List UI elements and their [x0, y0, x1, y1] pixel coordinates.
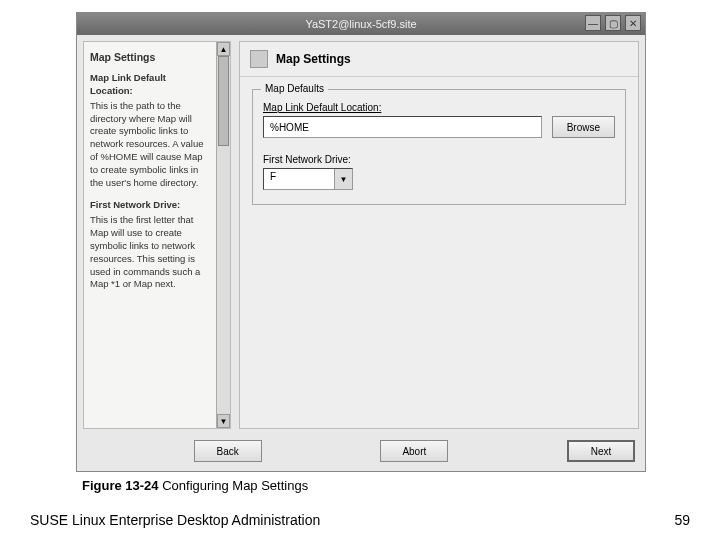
- help-body: Map Settings Map Link Default Location: …: [84, 42, 216, 428]
- page-number: 59: [674, 512, 690, 528]
- close-button[interactable]: ✕: [625, 15, 641, 31]
- help-section-1-title: Map Link Default Location:: [90, 72, 210, 98]
- drive-value: F: [264, 169, 334, 189]
- help-section-1-text: This is the path to the directory where …: [90, 100, 204, 188]
- figure-number: Figure 13-24: [82, 478, 159, 493]
- location-label: Map Link Default Location:: [263, 102, 615, 113]
- help-title: Map Settings: [90, 50, 210, 64]
- wizard-button-bar: Back Abort Next: [77, 435, 645, 467]
- help-section-2: First Network Drive: This is the first l…: [90, 199, 210, 291]
- page-footer-title: SUSE Linux Enterprise Desktop Administra…: [30, 512, 320, 528]
- figure-caption: Figure 13-24 Configuring Map Settings: [82, 478, 308, 493]
- chevron-down-icon[interactable]: ▼: [334, 169, 352, 189]
- help-panel: Map Settings Map Link Default Location: …: [83, 41, 231, 429]
- scroll-thumb[interactable]: [218, 56, 229, 146]
- help-section-2-text: This is the first letter that Map will u…: [90, 214, 200, 289]
- scroll-down-button[interactable]: ▼: [217, 414, 230, 428]
- scroll-up-button[interactable]: ▲: [217, 42, 230, 56]
- location-row: Browse: [263, 116, 615, 138]
- figure-text: Configuring Map Settings: [159, 478, 309, 493]
- location-input[interactable]: [263, 116, 542, 138]
- drive-dropdown[interactable]: F ▼: [263, 168, 353, 190]
- fieldset-legend: Map Defaults: [261, 83, 328, 94]
- help-section-2-title: First Network Drive:: [90, 199, 210, 212]
- minimize-button[interactable]: —: [585, 15, 601, 31]
- back-button[interactable]: Back: [194, 440, 262, 462]
- main-header: Map Settings: [240, 42, 638, 77]
- app-window: YaST2@linux-5cf9.site — ▢ ✕ Map Settings…: [76, 12, 646, 472]
- abort-button[interactable]: Abort: [380, 440, 448, 462]
- browse-button[interactable]: Browse: [552, 116, 615, 138]
- titlebar: YaST2@linux-5cf9.site — ▢ ✕: [77, 13, 645, 35]
- map-defaults-fieldset: Map Defaults Map Link Default Location: …: [252, 89, 626, 205]
- main-body: Map Defaults Map Link Default Location: …: [240, 77, 638, 428]
- help-section-1: Map Link Default Location: This is the p…: [90, 72, 210, 189]
- drive-label: First Network Drive:: [263, 154, 615, 165]
- window-title: YaST2@linux-5cf9.site: [305, 18, 416, 30]
- content-area: Map Settings Map Link Default Location: …: [77, 35, 645, 435]
- main-title: Map Settings: [276, 52, 351, 66]
- map-settings-icon: [250, 50, 268, 68]
- maximize-button[interactable]: ▢: [605, 15, 621, 31]
- window-controls: — ▢ ✕: [585, 15, 641, 31]
- help-scrollbar[interactable]: ▲ ▼: [216, 42, 230, 428]
- next-button[interactable]: Next: [567, 440, 635, 462]
- main-panel: Map Settings Map Defaults Map Link Defau…: [239, 41, 639, 429]
- scroll-track[interactable]: [217, 56, 230, 414]
